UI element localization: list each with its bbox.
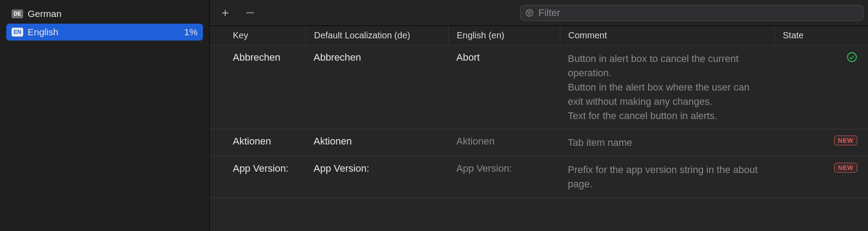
cell-english[interactable]: App Version: <box>448 163 560 191</box>
sidebar-item-progress: 1% <box>184 27 198 37</box>
checkmark-circle-icon <box>847 52 857 62</box>
column-header-default[interactable]: Default Localization (de) <box>306 26 448 45</box>
new-badge: NEW <box>834 163 857 173</box>
sidebar-item-label: German <box>28 8 198 19</box>
sidebar-item-label: English <box>28 27 184 37</box>
cell-comment: Tab item name <box>560 136 774 150</box>
filter-field[interactable] <box>520 5 864 21</box>
sidebar-item-english[interactable]: EN English 1% <box>6 24 203 41</box>
filter-icon <box>525 8 534 17</box>
cell-key: Aktionen <box>210 136 306 150</box>
column-header-comment[interactable]: Comment <box>560 26 774 45</box>
column-header-key[interactable]: Key <box>210 26 306 45</box>
cell-state: NEW <box>774 136 868 150</box>
column-header-state[interactable]: State <box>774 26 868 45</box>
language-badge-icon: EN <box>12 28 23 37</box>
svg-point-4 <box>847 53 856 62</box>
svg-point-0 <box>526 9 533 16</box>
plus-icon: + <box>222 6 229 20</box>
column-header-english[interactable]: English (en) <box>448 26 560 45</box>
cell-key: App Version: <box>210 163 306 191</box>
cell-default: Abbrechen <box>306 52 448 123</box>
app-root: DE German EN English 1% + − <box>0 0 868 231</box>
cell-state <box>774 52 868 123</box>
sidebar-item-german[interactable]: DE German <box>6 5 203 22</box>
language-sidebar: DE German EN English 1% <box>0 0 210 231</box>
table-row[interactable]: App Version: App Version: App Version: P… <box>210 157 868 198</box>
cell-key: Abbrechen <box>210 52 306 123</box>
add-button[interactable]: + <box>217 4 234 21</box>
remove-button[interactable]: − <box>242 4 259 21</box>
table-row[interactable]: Aktionen Aktionen Aktionen Tab item name… <box>210 129 868 157</box>
cell-english[interactable]: Aktionen <box>448 136 560 150</box>
table-header: Key Default Localization (de) English (e… <box>210 26 868 45</box>
cell-default: App Version: <box>306 163 448 191</box>
minus-icon: − <box>246 4 255 21</box>
new-badge: NEW <box>834 136 857 145</box>
cell-state: NEW <box>774 163 868 191</box>
cell-default: Aktionen <box>306 136 448 150</box>
cell-english[interactable]: Abort <box>448 52 560 123</box>
language-badge-icon: DE <box>12 9 23 18</box>
table-row[interactable]: Abbrechen Abbrechen Abort Button in aler… <box>210 45 868 129</box>
main-panel: + − Key Default Localizati <box>210 0 868 231</box>
filter-input[interactable] <box>538 7 859 19</box>
toolbar: + − <box>210 0 868 26</box>
cell-comment: Button in alert box to cancel the curren… <box>560 52 774 123</box>
cell-comment: Prefix for the app version string in the… <box>560 163 774 191</box>
table-body[interactable]: Abbrechen Abbrechen Abort Button in aler… <box>210 45 868 231</box>
